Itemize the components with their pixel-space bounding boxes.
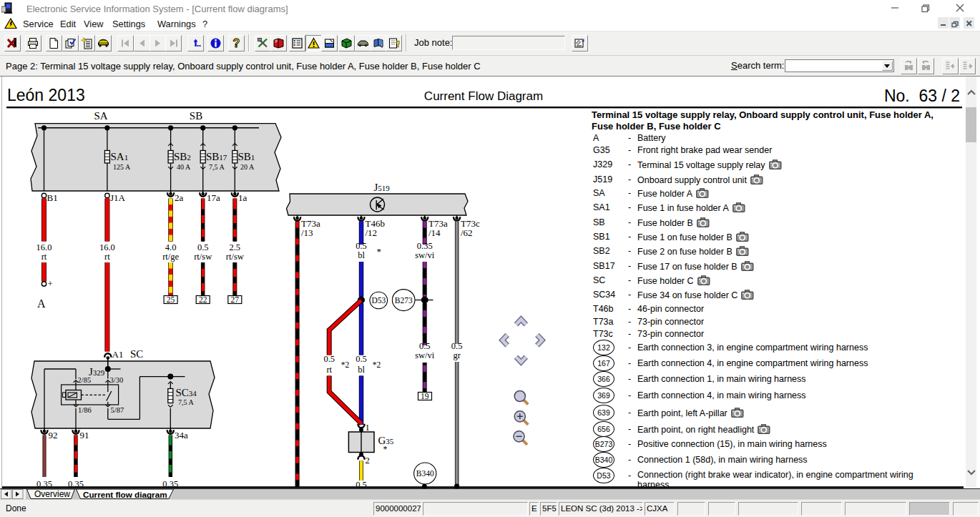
svg-text:A1: A1 [112, 349, 124, 360]
svg-text:0.5: 0.5 [419, 341, 431, 351]
svg-text:Overview: Overview [34, 489, 70, 499]
svg-text:J329: J329 [89, 366, 105, 378]
svg-text:SB: SB [190, 110, 202, 122]
svg-text:?: ? [232, 37, 240, 49]
svg-text:*: * [377, 246, 382, 257]
svg-text:rt: rt [326, 365, 332, 375]
svg-text:25: 25 [167, 295, 175, 304]
svg-text:5/87: 5/87 [111, 406, 124, 414]
svg-text:7,5 A: 7,5 A [178, 398, 194, 406]
svg-text:*: * [383, 444, 388, 454]
svg-text:bl: bl [358, 365, 365, 375]
svg-text:J1A: J1A [110, 192, 126, 203]
svg-text:2: 2 [366, 456, 370, 466]
svg-text:1a: 1a [238, 192, 248, 203]
svg-text:2/85: 2/85 [78, 376, 92, 384]
svg-text:27: 27 [231, 295, 240, 304]
svg-text:B340: B340 [416, 469, 434, 478]
svg-text:sw/vi: sw/vi [415, 350, 435, 360]
svg-text:/14: /14 [428, 227, 441, 238]
svg-text:3/30: 3/30 [110, 376, 124, 384]
svg-text:*2: *2 [341, 360, 350, 369]
svg-text:rt: rt [104, 252, 110, 262]
svg-text:rt: rt [41, 252, 47, 262]
svg-text:19: 19 [421, 392, 429, 400]
svg-text:SB17: SB17 [206, 151, 227, 162]
svg-text:0.5: 0.5 [451, 341, 463, 351]
svg-text:sw/vi: sw/vi [415, 250, 435, 260]
svg-text:40 A: 40 A [177, 163, 191, 171]
svg-text:/13: /13 [301, 227, 313, 238]
svg-text:?: ? [396, 39, 400, 49]
svg-text:0.35: 0.35 [417, 241, 433, 251]
svg-text:gr: gr [453, 350, 461, 360]
svg-text:B273: B273 [395, 296, 413, 305]
svg-text:2a: 2a [175, 192, 184, 203]
svg-text:Current Flow Diagram: Current Flow Diagram [424, 89, 543, 103]
svg-text:rt/sw: rt/sw [194, 252, 212, 262]
svg-text:rt/sw: rt/sw [226, 252, 244, 262]
svg-text:SA: SA [94, 110, 107, 122]
svg-text:D53: D53 [371, 296, 386, 305]
svg-text:*2: *2 [373, 360, 381, 369]
svg-text:20 A: 20 A [240, 163, 255, 171]
svg-text:SB1: SB1 [238, 151, 255, 162]
svg-text:B1: B1 [47, 192, 58, 203]
svg-text:bl: bl [358, 250, 365, 260]
svg-text:91: 91 [80, 430, 89, 440]
svg-text:/62: /62 [461, 227, 473, 238]
svg-text:22: 22 [199, 295, 207, 304]
svg-text:J519: J519 [374, 182, 391, 193]
svg-text:92: 92 [49, 430, 58, 440]
svg-text:7,5 A: 7,5 A [209, 163, 225, 171]
svg-text:A: A [37, 297, 46, 310]
svg-text:125 A: 125 A [113, 163, 131, 171]
svg-text:0.5: 0.5 [323, 354, 335, 364]
svg-text:León 2013: León 2013 [7, 86, 85, 104]
svg-text:SC34: SC34 [176, 387, 197, 398]
svg-text:1: 1 [366, 423, 370, 433]
svg-text:SA1: SA1 [111, 151, 129, 162]
svg-text:17a: 17a [207, 192, 220, 203]
svg-text:+: + [48, 278, 53, 289]
svg-text:/12: /12 [366, 227, 378, 238]
svg-text:Current flow diagram: Current flow diagram [83, 490, 167, 499]
svg-text:SC: SC [130, 348, 143, 360]
svg-text:34a: 34a [175, 430, 188, 440]
svg-text:0.5: 0.5 [356, 241, 367, 251]
svg-text:rt/ge: rt/ge [162, 252, 179, 262]
svg-text:1/86: 1/86 [78, 406, 92, 414]
svg-text:SB2: SB2 [174, 151, 191, 162]
svg-text:0.5: 0.5 [356, 354, 367, 364]
